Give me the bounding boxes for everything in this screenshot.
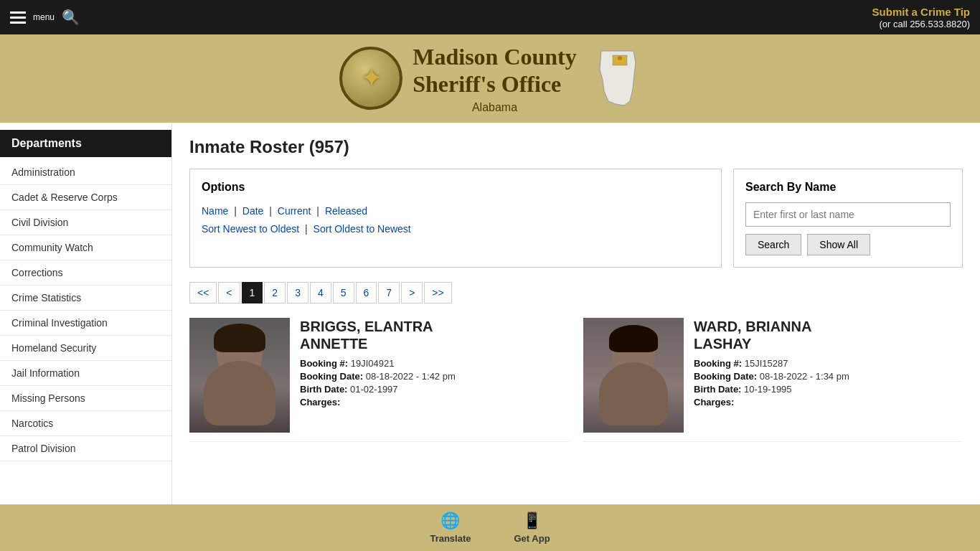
inmate-card-1: WARD, BRIANNA LASHAY Booking #: 15JI1528… <box>583 318 963 442</box>
banner-title-line2: Sheriff's Office <box>413 71 561 97</box>
page-next-btn[interactable]: > <box>401 282 423 303</box>
search-heading: Search By Name <box>745 181 951 194</box>
sidebar-item-narcotics[interactable]: Narcotics <box>0 411 171 436</box>
globe-icon: 🌐 <box>440 512 460 530</box>
show-all-button[interactable]: Show All <box>807 234 870 255</box>
sidebar-item-crime-statistics[interactable]: Crime Statistics <box>0 286 171 311</box>
crime-tip-phone: (or call 256.533.8820) <box>872 19 970 29</box>
options-heading: Options <box>202 181 710 194</box>
bottom-bar: 🌐 Translate 📱 Get App <box>0 504 980 530</box>
sidebar-item-cadet-reserve[interactable]: Cadet & Reserve Corps <box>0 185 171 210</box>
crime-tip-link[interactable]: Submit a Crime Tip <box>872 6 970 18</box>
state-map <box>594 50 641 107</box>
option-released-link[interactable]: Released <box>325 205 367 217</box>
page-title: Inmate Roster (957) <box>189 137 963 157</box>
sidebar-item-missing-persons[interactable]: Missing Persons <box>0 386 171 411</box>
sidebar-item-community-watch[interactable]: Community Watch <box>0 235 171 260</box>
inmates-grid: BRIGGS, ELANTRA ANNETTE Booking #: 19JI0… <box>189 318 963 442</box>
inmate-photo-1 <box>583 318 684 433</box>
alabama-map-svg <box>594 50 641 107</box>
inmate-birth-date-1: Birth Date: 10-19-1995 <box>694 384 963 395</box>
option-sort-oldest-link[interactable]: Sort Oldest to Newest <box>314 223 411 235</box>
search-button[interactable]: Search <box>745 234 801 255</box>
page-4-btn[interactable]: 4 <box>310 282 331 303</box>
inmate-name-0: BRIGGS, ELANTRA ANNETTE <box>300 318 569 352</box>
options-links: Name | Date | Current | Released Sort Ne… <box>202 202 710 238</box>
page-prev-btn[interactable]: < <box>218 282 240 303</box>
page-6-btn[interactable]: 6 <box>356 282 377 303</box>
sidebar-item-patrol-division[interactable]: Patrol Division <box>0 436 171 461</box>
svg-point-2 <box>618 56 622 60</box>
search-panel: Search By Name Search Show All <box>733 169 963 268</box>
search-input[interactable] <box>745 202 951 227</box>
banner-subtitle: Alabama <box>413 101 577 114</box>
sidebar: Departments Administration Cadet & Reser… <box>0 123 172 530</box>
search-buttons: Search Show All <box>745 234 951 255</box>
inmate-charges-1: Charges: <box>694 397 963 408</box>
menu-button[interactable] <box>10 11 26 24</box>
sheriff-badge: ✦ <box>339 47 402 110</box>
page-7-btn[interactable]: 7 <box>378 282 400 303</box>
banner-title-line1: Madison County <box>413 44 577 70</box>
sidebar-title: Departments <box>0 130 171 157</box>
badge-star-icon: ✦ <box>362 65 381 92</box>
sidebar-item-homeland-security[interactable]: Homeland Security <box>0 336 171 361</box>
app-icon: 📱 <box>522 512 542 530</box>
panels-row: Options Name | Date | Current | Released… <box>189 169 963 268</box>
page-5-btn[interactable]: 5 <box>333 282 354 303</box>
option-date-link[interactable]: Date <box>242 205 264 217</box>
option-sort-newest-link[interactable]: Sort Newest to Oldest <box>202 223 299 235</box>
get-app-button[interactable]: 📱 Get App <box>514 512 550 530</box>
top-bar-left: menu 🔍 <box>10 9 80 26</box>
inmate-charges-0: Charges: <box>300 397 569 408</box>
page-last-btn[interactable]: >> <box>424 282 451 303</box>
inmate-name-1: WARD, BRIANNA LASHAY <box>694 318 963 352</box>
option-current-link[interactable]: Current <box>278 205 311 217</box>
sidebar-item-criminal-investigation[interactable]: Criminal Investigation <box>0 311 171 336</box>
banner-title: Madison County Sheriff's Office Alabama <box>413 43 577 114</box>
pagination: << < 1 2 3 4 5 6 7 > >> <box>189 282 963 303</box>
inmate-booking-num-1: Booking #: 15JI15287 <box>694 358 963 369</box>
content-area: Inmate Roster (957) Options Name | Date … <box>172 123 980 530</box>
search-icon[interactable]: 🔍 <box>62 9 80 26</box>
inmate-card-0: BRIGGS, ELANTRA ANNETTE Booking #: 19JI0… <box>189 318 569 442</box>
sidebar-item-jail-information[interactable]: Jail Information <box>0 361 171 386</box>
inmate-details-1: WARD, BRIANNA LASHAY Booking #: 15JI1528… <box>694 318 963 433</box>
options-panel: Options Name | Date | Current | Released… <box>189 169 722 268</box>
page-2-btn[interactable]: 2 <box>264 282 286 303</box>
sidebar-item-corrections[interactable]: Corrections <box>0 260 171 286</box>
translate-button[interactable]: 🌐 Translate <box>430 512 471 530</box>
inmate-birth-date-0: Birth Date: 01-02-1997 <box>300 384 569 395</box>
page-first-btn[interactable]: << <box>189 282 217 303</box>
top-bar-right: Submit a Crime Tip (or call 256.533.8820… <box>872 6 970 29</box>
inmate-photo-0 <box>189 318 290 433</box>
sidebar-item-administration[interactable]: Administration <box>0 160 171 185</box>
main-layout: Departments Administration Cadet & Reser… <box>0 123 980 530</box>
banner: ✦ Madison County Sheriff's Office Alabam… <box>0 34 980 123</box>
option-name-link[interactable]: Name <box>202 205 228 217</box>
page-1-btn[interactable]: 1 <box>242 282 263 303</box>
sidebar-item-civil-division[interactable]: Civil Division <box>0 210 171 235</box>
menu-label: menu <box>33 12 55 22</box>
top-bar: menu 🔍 Submit a Crime Tip (or call 256.5… <box>0 0 980 34</box>
inmate-booking-date-1: Booking Date: 08-18-2022 - 1:34 pm <box>694 371 963 382</box>
inmate-booking-date-0: Booking Date: 08-18-2022 - 1:42 pm <box>300 371 569 382</box>
inmate-booking-num-0: Booking #: 19JI04921 <box>300 358 569 369</box>
page-3-btn[interactable]: 3 <box>287 282 308 303</box>
inmate-details-0: BRIGGS, ELANTRA ANNETTE Booking #: 19JI0… <box>300 318 569 433</box>
